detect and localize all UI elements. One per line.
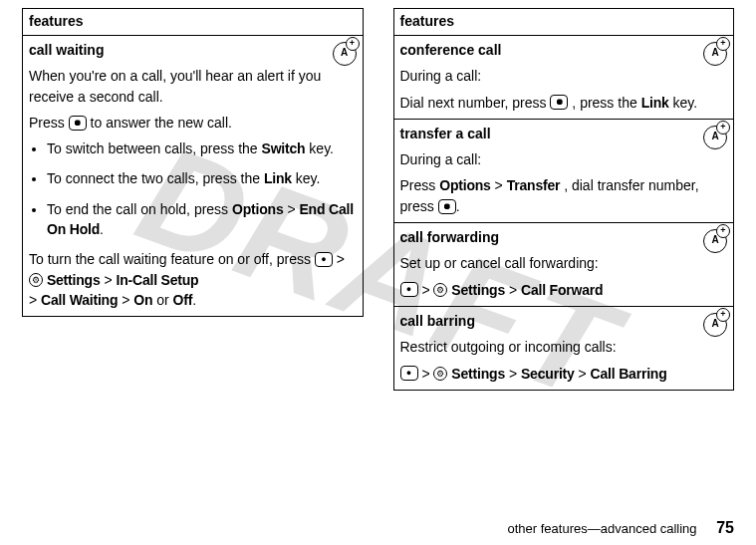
- forward-l1: Set up or cancel call forwarding:: [400, 253, 728, 273]
- callwaiting-label: Call Waiting: [41, 292, 118, 308]
- right-header: features: [393, 9, 734, 36]
- gt: >: [287, 201, 295, 217]
- call-waiting-intro: When you're on a call, you'll hear an al…: [29, 66, 357, 107]
- or-label: or: [156, 292, 172, 308]
- barring-l1: Restrict outgoing or incoming calls:: [400, 337, 728, 357]
- gt: >: [495, 177, 503, 193]
- switch-key: Switch: [262, 140, 306, 156]
- conf-l2a: Dial next number, press: [400, 95, 551, 111]
- b2-suffix: key.: [296, 170, 321, 186]
- settings-icon: ⚙: [29, 273, 43, 287]
- left-table: features call waiting When you're on a c…: [22, 8, 364, 317]
- availability-badge-icon: [703, 126, 727, 149]
- settings-label: Settings: [451, 366, 505, 382]
- right-table: features conference call During a call: …: [393, 8, 735, 391]
- send-key-icon: ⏺: [69, 116, 87, 131]
- bullet-end: To end the call on hold, press Options >…: [47, 199, 357, 240]
- transfer-l1: During a call:: [400, 149, 728, 169]
- send-key-icon: ⏺: [550, 95, 568, 110]
- off-label: Off: [173, 292, 193, 308]
- bullet-link: To connect the two calls, press the Link…: [47, 168, 357, 188]
- barring-path: ● > ⚙ Settings > Security > Call Barring: [400, 364, 728, 384]
- left-header: features: [23, 9, 364, 36]
- gt3: >: [579, 366, 587, 382]
- forward-path: ● > ⚙ Settings > Call Forward: [400, 280, 728, 300]
- options-key: Options: [232, 201, 283, 217]
- transfer-title: transfer a call: [400, 124, 728, 143]
- transfer-period: .: [456, 198, 460, 214]
- bullet-switch: To switch between calls, press the Switc…: [47, 138, 357, 158]
- b3-text: To end the call on hold, press: [47, 201, 232, 217]
- barring-target: Call Barring: [591, 366, 667, 382]
- security-label: Security: [521, 366, 575, 382]
- incall-label: In-Call Setup: [117, 272, 199, 288]
- conference-l2: Dial next number, press ⏺ , press the Li…: [400, 93, 728, 113]
- gt1: >: [421, 366, 429, 382]
- b1-suffix: key.: [309, 140, 334, 156]
- send-key-icon: ⏺: [438, 199, 456, 214]
- right-column: features conference call During a call: …: [393, 8, 735, 391]
- availability-badge-icon: [703, 42, 727, 66]
- footer-section: other features—advanced calling: [508, 521, 697, 536]
- settings-label: Settings: [451, 282, 505, 298]
- call-waiting-bullets: To switch between calls, press the Switc…: [47, 138, 357, 239]
- center-key-icon: ●: [400, 282, 418, 297]
- page-footer: other features—advanced calling 75: [508, 519, 734, 537]
- press-prefix: Press: [29, 115, 69, 131]
- page-content: features call waiting When you're on a c…: [0, 0, 756, 399]
- availability-badge-icon: [703, 313, 727, 337]
- gt4: >: [122, 292, 129, 308]
- conf-l2c: key.: [673, 95, 698, 111]
- link-key: Link: [641, 95, 669, 111]
- options-key: Options: [439, 177, 490, 193]
- barring-title: call barring: [400, 311, 728, 331]
- press-suffix: to answer the new call.: [91, 115, 232, 131]
- gt1: >: [337, 251, 345, 267]
- toggle-intro: To turn the call waiting feature on or o…: [29, 251, 315, 267]
- call-waiting-press-line: Press ⏺ to answer the new call.: [29, 113, 357, 133]
- call-waiting-cell: call waiting When you're on a call, you'…: [23, 36, 364, 317]
- b1-text: To switch between calls, press the: [47, 140, 262, 156]
- gt2: >: [509, 366, 517, 382]
- gt2: >: [509, 282, 517, 298]
- conf-l2b: , press the: [572, 95, 640, 111]
- settings-icon: ⚙: [433, 283, 447, 297]
- center-key-icon: ●: [400, 366, 418, 381]
- transfer-target: Transfer: [507, 177, 561, 193]
- call-barring-cell: call barring Restrict outgoing or incomi…: [393, 306, 734, 390]
- transfer-press: Press: [400, 177, 440, 193]
- conference-l1: During a call:: [400, 66, 728, 86]
- gt3: >: [29, 292, 37, 308]
- gt2: >: [104, 272, 112, 288]
- forward-target: Call Forward: [521, 282, 603, 298]
- b2-text: To connect the two calls, press the: [47, 170, 264, 186]
- forward-title: call forwarding: [400, 227, 728, 247]
- left-column: features call waiting When you're on a c…: [22, 8, 364, 391]
- conference-call-cell: conference call During a call: Dial next…: [393, 36, 734, 120]
- transfer-l2: Press Options > Transfer , dial transfer…: [400, 175, 728, 216]
- toggle-line: To turn the call waiting feature on or o…: [29, 249, 357, 310]
- settings-label: Settings: [47, 272, 101, 288]
- call-forwarding-cell: call forwarding Set up or cancel call fo…: [393, 223, 734, 307]
- gt1: >: [421, 282, 429, 298]
- transfer-call-cell: transfer a call During a call: Press Opt…: [393, 119, 734, 222]
- final-period: .: [192, 292, 196, 308]
- on-label: On: [133, 292, 152, 308]
- settings-icon: ⚙: [433, 367, 447, 381]
- call-waiting-title: call waiting: [29, 40, 357, 60]
- center-key-icon: ●: [315, 252, 333, 267]
- conference-title: conference call: [400, 40, 728, 60]
- page-number: 75: [716, 519, 734, 536]
- availability-badge-icon: [333, 42, 357, 66]
- link-key: Link: [264, 170, 292, 186]
- availability-badge-icon: [703, 229, 727, 253]
- b3-period: .: [100, 221, 104, 237]
